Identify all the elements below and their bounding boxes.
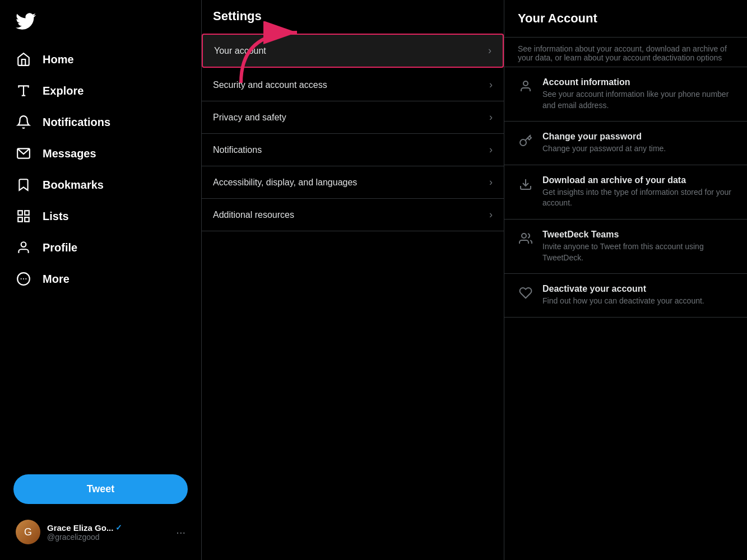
settings-title: Settings [202,0,504,32]
right-panel-subtitle: See information about your account, down… [504,38,747,67]
sidebar-item-explore[interactable]: Explore [7,76,92,105]
settings-item-security[interactable]: Security and account access › [202,69,504,101]
deactivate-account-title: Deactivate your account [542,284,704,294]
sidebar-item-profile[interactable]: Profile [7,233,86,262]
settings-item-additional[interactable]: Additional resources › [202,199,504,231]
download-icon [518,176,533,192]
settings-item-your-account[interactable]: Your account › [202,34,504,68]
more-icon [16,271,31,287]
settings-item-notifications-label: Notifications [213,145,262,155]
key-icon [518,133,533,148]
change-password-desc: Change your password at any time. [542,143,666,155]
sidebar-item-notifications[interactable]: Notifications [7,108,119,137]
sidebar-item-lists-label: Lists [43,210,69,223]
download-archive-content: Download an archive of your data Get ins… [542,175,734,209]
sidebar-item-more-label: More [43,273,69,286]
settings-item-privacy[interactable]: Privacy and safety › [202,101,504,134]
svg-point-7 [21,242,26,247]
footer-user-info: Grace Eliza Go... ✓ @gracelizgood [47,523,169,542]
settings-item-notifications[interactable]: Notifications › [202,134,504,166]
list-icon [16,208,31,224]
footer-user-handle: @gracelizgood [47,533,169,542]
change-password-title: Change your password [542,132,666,142]
chevron-right-icon: › [489,144,493,156]
tweetdeck-teams-title: TweetDeck Teams [542,230,734,240]
settings-item-privacy-label: Privacy and safety [213,113,286,123]
settings-item-security-label: Security and account access [213,80,327,90]
sidebar-item-explore-label: Explore [43,85,83,97]
download-archive-title: Download an archive of your data [542,175,734,185]
user-account-footer[interactable]: G Grace Eliza Go... ✓ @gracelizgood ··· [7,513,194,551]
bookmark-icon [16,177,31,193]
footer-user-name: Grace Eliza Go... ✓ [47,523,169,533]
svg-rect-6 [18,217,22,222]
person-icon [518,78,533,94]
svg-point-13 [523,81,528,86]
deactivate-account-content: Deactivate your account Find out how you… [542,284,704,307]
account-info-title: Account information [542,77,734,87]
sidebar-item-messages[interactable]: Messages [7,139,105,168]
account-info-content: Account information See your account inf… [542,77,734,111]
download-archive-desc: Get insights into the type of informatio… [542,187,734,209]
settings-list: Your account › Security and account acce… [202,32,504,231]
download-archive-item[interactable]: Download an archive of your data Get ins… [504,165,747,220]
footer-more-icon: ··· [176,526,185,539]
sidebar-item-bookmarks-label: Bookmarks [43,179,104,192]
sidebar-item-home[interactable]: Home [7,45,83,74]
verified-badge-icon: ✓ [115,523,122,532]
settings-item-accessibility-label: Accessibility, display, and languages [213,178,357,188]
sidebar: Home Explore Notifications [0,0,202,560]
settings-item-your-account-label: Your account [214,46,266,56]
profile-icon [16,240,31,255]
deactivate-account-desc: Find out how you can deactivate your acc… [542,296,704,307]
tweet-button[interactable]: Tweet [13,474,188,504]
explore-icon [16,83,31,99]
tweetdeck-teams-item[interactable]: TweetDeck Teams Invite anyone to Tweet f… [504,220,747,274]
chevron-right-icon: › [489,209,493,221]
avatar-image: G [16,520,40,544]
deactivate-account-item[interactable]: Deactivate your account Find out how you… [504,274,747,318]
right-panel-title: Your Account [504,0,747,38]
heart-icon [518,285,533,301]
tweetdeck-teams-content: TweetDeck Teams Invite anyone to Tweet f… [542,230,734,263]
sidebar-item-profile-label: Profile [43,241,77,254]
sidebar-item-messages-label: Messages [43,147,96,160]
chevron-right-icon: › [489,79,493,91]
people-icon [518,231,533,246]
account-info-item[interactable]: Account information See your account inf… [504,67,747,122]
settings-item-additional-label: Additional resources [213,210,294,220]
sidebar-item-bookmarks[interactable]: Bookmarks [7,170,113,199]
sidebar-item-notifications-label: Notifications [43,116,110,129]
chevron-right-icon: › [489,111,493,123]
change-password-content: Change your password Change your passwor… [542,132,666,155]
svg-point-11 [25,278,26,279]
svg-point-9 [21,278,22,279]
chevron-right-icon: › [488,45,491,57]
home-icon [16,52,31,67]
sidebar-item-more[interactable]: More [7,264,78,293]
bell-icon [16,114,31,130]
account-info-desc: See your account information like your p… [542,89,734,111]
settings-panel: Settings Your account › Security and acc… [202,0,504,560]
your-account-items: Account information See your account inf… [504,67,747,318]
twitter-logo[interactable] [7,4,194,45]
twitter-bird-icon [16,11,36,31]
sidebar-item-lists[interactable]: Lists [7,202,78,231]
chevron-right-icon: › [489,176,493,188]
svg-rect-4 [25,211,29,215]
svg-point-15 [522,234,526,238]
avatar: G [16,520,40,544]
svg-rect-5 [25,217,29,222]
sidebar-item-home-label: Home [43,53,74,66]
change-password-item[interactable]: Change your password Change your passwor… [504,122,747,165]
svg-point-10 [23,278,24,279]
tweetdeck-teams-desc: Invite anyone to Tweet from this account… [542,241,734,263]
envelope-icon [16,146,31,161]
your-account-panel: Your Account See information about your … [504,0,747,560]
svg-rect-3 [18,211,22,215]
settings-item-accessibility[interactable]: Accessibility, display, and languages › [202,166,504,199]
sidebar-nav: Home Explore Notifications [7,45,194,465]
